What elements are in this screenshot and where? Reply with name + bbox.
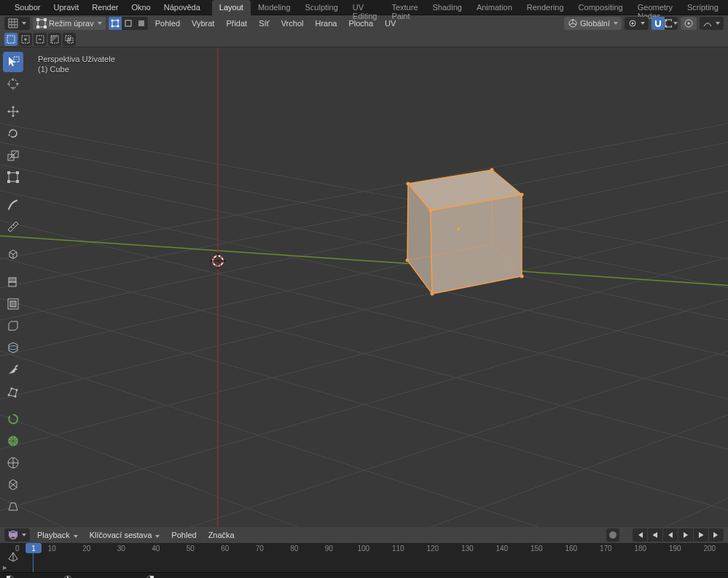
vertex-select-button[interactable] [109, 17, 122, 30]
select-intersect-button[interactable] [63, 33, 76, 46]
tick: 30 [104, 544, 139, 552]
snap-toggle[interactable] [651, 17, 665, 30]
tool-edge-slide[interactable] [3, 453, 23, 473]
svg-marker-72 [431, 195, 522, 294]
tool-cursor[interactable] [3, 74, 23, 94]
svg-rect-97 [16, 171, 19, 174]
tool-measure[interactable] [3, 216, 23, 237]
menu-add[interactable]: Přidat [222, 19, 251, 28]
magnet-icon [654, 19, 662, 28]
tab-modeling[interactable]: Modeling [251, 0, 298, 15]
tool-transform[interactable] [3, 167, 23, 187]
tab-uv-editing[interactable]: UV Editing [345, 0, 385, 15]
tool-smooth[interactable] [3, 431, 23, 451]
face-select-button[interactable] [135, 17, 148, 30]
tool-move[interactable] [3, 101, 23, 122]
tool-scale[interactable] [3, 145, 23, 165]
tool-extrude-region[interactable] [3, 272, 23, 292]
svg-line-59 [0, 288, 728, 521]
snap-dropdown[interactable] [665, 17, 678, 30]
tool-shrink-fatten[interactable] [3, 474, 23, 495]
menu-select[interactable]: Vybrat [187, 19, 219, 28]
tool-select-box[interactable] [3, 52, 23, 72]
tool-add-cube[interactable] [3, 244, 23, 265]
tab-sculpting[interactable]: Sculpting [298, 0, 345, 15]
tick: 70 [243, 544, 278, 552]
editor-type-dropdown[interactable] [4, 17, 30, 30]
svg-point-82 [520, 275, 524, 278]
jump-to-end-button[interactable] [709, 528, 724, 542]
mode-label: Režim úprav [49, 19, 94, 28]
tool-knife[interactable] [3, 359, 23, 380]
play-button[interactable] [678, 528, 693, 542]
tool-rotate[interactable] [3, 123, 23, 144]
menu-edit[interactable]: Upravit [47, 1, 85, 14]
select-new-icon [7, 35, 15, 44]
tool-rip-edge[interactable] [3, 546, 23, 566]
menu-marker[interactable]: Značka [204, 531, 239, 539]
menu-help[interactable]: Nápověda [158, 1, 206, 14]
menu-face[interactable]: Plocha [344, 19, 377, 28]
proportional-edit-toggle[interactable] [681, 17, 697, 30]
select-invert-button[interactable] [48, 33, 61, 46]
tab-rendering[interactable]: Rendering [520, 0, 571, 15]
edge-slide-icon [7, 456, 20, 469]
chevron-down-icon [673, 22, 678, 25]
menu-uv[interactable]: UV [380, 19, 400, 28]
mode-dropdown[interactable]: Režim úprav [33, 17, 106, 30]
tab-texture-paint[interactable]: Texture Paint [384, 0, 425, 15]
pivot-dropdown[interactable] [625, 17, 649, 30]
menu-playback[interactable]: Playback [33, 531, 82, 539]
rip-edge-icon [7, 550, 20, 563]
menu-edge[interactable]: Hrana [310, 19, 341, 28]
chevron-down-icon [98, 22, 102, 25]
svg-rect-42 [68, 38, 71, 41]
svg-rect-84 [14, 57, 19, 62]
auto-key-toggle[interactable] [606, 528, 619, 542]
tool-annotate[interactable] [3, 195, 23, 215]
select-set-button[interactable] [4, 33, 17, 46]
tool-loop-cut[interactable] [3, 337, 23, 358]
tab-geometry-nodes[interactable]: Geometry Nodes [630, 0, 680, 15]
tool-shear[interactable] [3, 496, 23, 517]
mouse-left-icon [6, 575, 15, 579]
jump-to-start-button[interactable] [633, 528, 647, 542]
menu-view[interactable]: Pohled [151, 19, 184, 28]
3d-viewport[interactable]: Perspektiva Uživatele (1) Cube [0, 47, 728, 527]
tool-poly-build[interactable] [3, 381, 23, 402]
tool-bevel[interactable] [3, 316, 23, 336]
svg-point-16 [111, 26, 113, 28]
orientation-dropdown[interactable]: Globální [564, 17, 622, 30]
svg-point-25 [632, 23, 634, 25]
menu-file[interactable]: Soubor [9, 1, 46, 14]
menu-mesh[interactable]: Síť [254, 19, 274, 28]
proportional-falloff-dropdown[interactable] [700, 17, 724, 30]
svg-line-52 [0, 481, 728, 527]
tab-layout[interactable]: Layout [212, 0, 251, 15]
tool-inset-faces[interactable] [3, 294, 23, 314]
edge-select-button[interactable] [122, 17, 135, 30]
tab-compositing[interactable]: Compositing [571, 0, 630, 15]
tick: 90 [312, 544, 347, 552]
tool-rip-region[interactable] [3, 524, 23, 544]
prev-keyframe-button[interactable] [648, 528, 662, 542]
select-subtract-button[interactable] [34, 33, 47, 46]
play-reverse-button[interactable] [663, 528, 678, 542]
playhead[interactable]: 1 [33, 543, 34, 572]
select-extend-button[interactable] [19, 33, 32, 46]
snap-target-icon [665, 19, 672, 28]
timeline-track[interactable]: 0 10 20 30 40 50 60 70 80 90 100 110 120… [0, 543, 728, 572]
svg-point-110 [11, 388, 13, 390]
menu-tl-view[interactable]: Pohled [167, 531, 200, 539]
next-keyframe-button[interactable] [694, 528, 708, 542]
tab-shading[interactable]: Shading [426, 0, 469, 15]
tab-animation[interactable]: Animation [469, 0, 520, 15]
tab-scripting[interactable]: Scripting [680, 0, 726, 15]
shrink-icon [7, 478, 20, 491]
menu-render[interactable]: Render [86, 1, 124, 14]
menu-window[interactable]: Okno [125, 1, 156, 14]
tool-spin[interactable] [3, 409, 23, 429]
menu-vertex[interactable]: Vrchol [277, 19, 308, 28]
menu-keying[interactable]: Klíčovací sestava [85, 531, 165, 539]
select-subtract-icon [36, 35, 44, 44]
